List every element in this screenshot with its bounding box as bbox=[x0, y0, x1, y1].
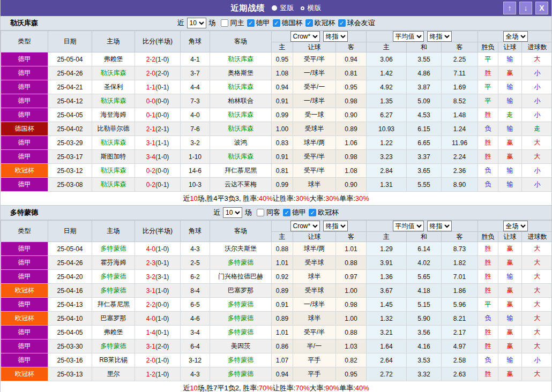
away-team: 美因茨 bbox=[210, 340, 272, 353]
goals-result: 大 bbox=[522, 136, 552, 150]
hcap-line: 平手 bbox=[293, 367, 336, 381]
vertical-layout-label[interactable]: 竖版 bbox=[280, 3, 294, 13]
same-venue-label[interactable]: 同主 bbox=[230, 18, 244, 28]
score-cell: 0-1(0-0) bbox=[135, 108, 181, 122]
same-venue-checkbox[interactable] bbox=[257, 209, 264, 216]
avg-home-odds: 3.06 bbox=[367, 52, 407, 66]
same-venue-label[interactable]: 同客 bbox=[266, 208, 280, 217]
corners-cell: 4-4 bbox=[181, 80, 210, 94]
results-table: 类型 日期 主场 比分(半场) 角球 客场 Crow* 终指 平均值 终指 bbox=[1, 31, 552, 192]
league-checkbox[interactable]: ✓ bbox=[247, 19, 255, 27]
goals-result: 小 bbox=[522, 108, 552, 122]
bookmaker-select[interactable]: Crow* bbox=[290, 31, 320, 42]
fulltime-score: 2-0 bbox=[146, 70, 155, 77]
hcap-result: 赢 bbox=[498, 284, 522, 298]
match-date: 25-03-13 bbox=[48, 367, 92, 381]
corners-cell: 3-2 bbox=[181, 136, 210, 150]
match-date: 25-04-16 bbox=[48, 284, 92, 298]
home-team: 霍芬海姆 bbox=[92, 256, 135, 270]
europe-stage-select[interactable]: 终指 bbox=[427, 31, 452, 42]
col-home: 主场 bbox=[92, 221, 135, 242]
fulltime-select[interactable]: 全场 bbox=[503, 221, 528, 231]
home-team: 勒沃库森 bbox=[92, 94, 135, 108]
bookmaker-select[interactable]: Crow* bbox=[290, 221, 320, 231]
league-checkbox-label[interactable]: 德甲 bbox=[292, 208, 306, 217]
match-row: 德甲25-05-04弗赖堡2-2(1-0)4-1勒沃库森0.95受平/半0.94… bbox=[1, 52, 552, 66]
avg-home-odds: 2.84 bbox=[367, 164, 407, 178]
avg-draw-odds: 6.14 bbox=[407, 242, 442, 256]
match-row: 德甲25-03-08勒沃库森0-2(0-1)10-3云达不莱梅0.99球半0.9… bbox=[1, 178, 552, 192]
average-select[interactable]: 平均值 bbox=[393, 221, 424, 231]
league-checkbox[interactable]: ✓ bbox=[338, 19, 346, 27]
odds-stage-select[interactable]: 终指 bbox=[323, 31, 348, 42]
avg-home-odds: 1.22 bbox=[367, 136, 407, 150]
league-type-badge: 德甲 bbox=[1, 66, 48, 80]
avg-away-odds: 8.52 bbox=[442, 94, 478, 108]
hcap-result: 输 bbox=[498, 122, 522, 136]
col-score: 比分(半场) bbox=[135, 31, 181, 52]
col-goals: 进球数 bbox=[522, 232, 552, 242]
hcap-home-odds: 1.07 bbox=[272, 353, 293, 367]
corners-cell: 4-0 bbox=[181, 108, 210, 122]
score-cell: 2-1(2-1) bbox=[135, 122, 181, 136]
summary-segment: 10 bbox=[190, 384, 197, 392]
odds-stage-select[interactable]: 终指 bbox=[323, 221, 348, 231]
league-checkbox[interactable]: ✓ bbox=[273, 19, 280, 27]
outcome-result: 胜 bbox=[478, 66, 498, 80]
league-checkbox-label[interactable]: 德甲 bbox=[256, 18, 270, 28]
outcome-result: 胜 bbox=[478, 242, 498, 256]
summary-segment: 让胜率: bbox=[273, 383, 296, 392]
avg-home-odds: 2.64 bbox=[367, 353, 407, 367]
avg-away-odds: 1.69 bbox=[442, 80, 478, 94]
away-team: 勒沃库森 bbox=[210, 80, 272, 94]
league-checkbox-label[interactable]: 欧冠杯 bbox=[315, 18, 335, 28]
match-date: 25-03-08 bbox=[48, 178, 92, 192]
avg-home-odds: 3.67 bbox=[367, 284, 407, 298]
league-checkbox[interactable]: ✓ bbox=[283, 209, 290, 216]
hcap-home-odds: 1.08 bbox=[272, 66, 293, 80]
league-checkbox[interactable]: ✓ bbox=[305, 19, 313, 27]
horizontal-layout-radio[interactable] bbox=[301, 6, 304, 10]
avg-draw-odds: 4.16 bbox=[407, 340, 442, 353]
col-type: 类型 bbox=[1, 221, 48, 242]
home-team: 斯图加特 bbox=[92, 150, 135, 164]
hcap-line: 一/球半 bbox=[293, 66, 336, 80]
average-select[interactable]: 平均值 bbox=[393, 31, 424, 42]
match-row: 德甲25-03-29勒沃库森3-1(1-1)3-2波鸿0.83球半/两1.061… bbox=[1, 136, 552, 150]
match-count-select[interactable]: 10 bbox=[223, 207, 242, 218]
avg-home-odds: 1.45 bbox=[367, 298, 407, 312]
match-count-select[interactable]: 10 bbox=[187, 18, 206, 28]
fulltime-score: 0-1 bbox=[146, 111, 155, 119]
league-checkbox-label[interactable]: 欧冠杯 bbox=[318, 208, 339, 217]
hcap-result: 赢 bbox=[498, 136, 522, 150]
league-checkbox[interactable]: ✓ bbox=[309, 209, 316, 216]
horizontal-layout-label[interactable]: 横版 bbox=[308, 3, 322, 13]
hcap-home-odds: 0.92 bbox=[272, 270, 293, 284]
hcap-line: 半/一 bbox=[293, 340, 336, 353]
hcap-line: 受半球 bbox=[293, 256, 336, 270]
col-goals: 进球数 bbox=[522, 42, 552, 52]
avg-away-odds: 2.58 bbox=[442, 353, 478, 367]
avg-home-odds: 1.64 bbox=[367, 340, 407, 353]
outcome-result: 平 bbox=[478, 94, 498, 108]
fulltime-score: 1-4 bbox=[146, 329, 155, 336]
europe-stage-select[interactable]: 终指 bbox=[427, 221, 452, 231]
goals-result: 小 bbox=[522, 66, 552, 80]
move-down-icon[interactable]: ↓ bbox=[519, 2, 532, 14]
hcap-away-odds: 0.90 bbox=[336, 178, 367, 192]
close-icon[interactable]: X bbox=[535, 2, 548, 14]
hcap-line: 受半球 bbox=[293, 284, 336, 298]
move-up-icon[interactable]: ↑ bbox=[503, 2, 516, 14]
hcap-home-odds: 0.95 bbox=[272, 52, 293, 66]
league-checkbox-label[interactable]: 德国杯 bbox=[282, 18, 303, 28]
hcap-home-odds: 1.00 bbox=[272, 122, 293, 136]
col-away: 客场 bbox=[210, 221, 272, 242]
league-checkbox-label[interactable]: 球会友谊 bbox=[347, 18, 375, 28]
same-venue-checkbox[interactable] bbox=[221, 19, 228, 27]
fulltime-select[interactable]: 全场 bbox=[503, 31, 528, 42]
score-cell: 1-4(0-1) bbox=[135, 326, 181, 340]
fulltime-score: 0-0 bbox=[146, 97, 155, 105]
fulltime-score: 2-3 bbox=[146, 259, 155, 267]
corners-cell: 4-1 bbox=[181, 52, 210, 66]
vertical-layout-radio[interactable] bbox=[272, 5, 277, 11]
